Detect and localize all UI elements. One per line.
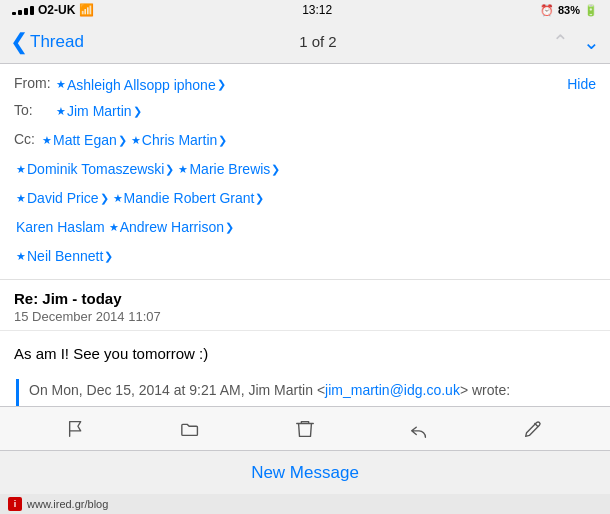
reply-icon: [408, 418, 430, 440]
arrow-icon: ❯: [104, 248, 113, 265]
star-icon: ★: [16, 248, 26, 265]
quote-email-link[interactable]: jim_martin@idg.co.uk: [325, 382, 460, 398]
phone-frame: O2-UK 📶 13:12 ⏰ 83% 🔋 ❮ Thread 1 of 2 ⌃ …: [0, 0, 610, 514]
email-meta: Re: Jim - today 15 December 2014 11:07: [0, 280, 610, 331]
email-body: As am I! See you tomorrow :) On Mon, Dec…: [0, 331, 610, 407]
carrier-label: O2-UK: [38, 3, 75, 17]
nav-bar: ❮ Thread 1 of 2 ⌃ ⌄: [0, 20, 610, 64]
email-header: From: ★ Ashleigh Allsopp iphone ❯ Hide T…: [0, 64, 610, 280]
cc-name: Neil Bennett: [27, 246, 103, 267]
chevron-left-icon: ❮: [10, 31, 28, 53]
website-favicon: i: [8, 497, 22, 511]
compose-icon: [522, 418, 544, 440]
cc-neil-bennett[interactable]: ★ Neil Bennett ❯: [16, 246, 113, 267]
new-message-button[interactable]: New Message: [251, 463, 359, 483]
from-label: From:: [14, 75, 54, 91]
cc-name: Andrew Harrison: [120, 217, 224, 238]
cc-row-4: Karen Haslam ★ Andrew Harrison ❯: [14, 213, 596, 242]
quoted-block: On Mon, Dec 15, 2014 at 9:21 AM, Jim Mar…: [16, 379, 596, 406]
cc-recipients-2: ★ Dominik Tomaszewski ❯ ★ Marie Brewis ❯: [14, 158, 596, 181]
folder-button[interactable]: [171, 409, 211, 449]
to-contact-name: Jim Martin: [67, 101, 132, 122]
nav-back-label: Thread: [30, 32, 84, 52]
from-row: From: ★ Ashleigh Allsopp iphone ❯ Hide: [14, 72, 596, 97]
nav-back-button[interactable]: ❮ Thread: [10, 31, 84, 53]
nav-arrows: ⌃ ⌄: [552, 32, 600, 52]
reply-button[interactable]: [399, 409, 439, 449]
page-count: 1 of 2: [299, 33, 337, 50]
from-content: From: ★ Ashleigh Allsopp iphone ❯: [14, 75, 559, 94]
cc-row-2: ★ Dominik Tomaszewski ❯ ★ Marie Brewis ❯: [14, 155, 596, 184]
from-star-icon: ★: [56, 78, 66, 91]
cc-robert-grant[interactable]: Robert Grant ❯: [174, 188, 265, 209]
cc-name: Robert Grant: [174, 188, 255, 209]
to-row: To: ★ Jim Martin ❯: [14, 97, 596, 126]
wifi-icon: 📶: [79, 3, 94, 17]
status-bar: O2-UK 📶 13:12 ⏰ 83% 🔋: [0, 0, 610, 20]
star-icon: ★: [113, 190, 123, 207]
arrow-icon: ❯: [225, 219, 234, 236]
cc-david-price[interactable]: ★ David Price ❯: [16, 188, 109, 209]
trash-button[interactable]: [285, 409, 325, 449]
arrow-icon: ❯: [118, 132, 127, 149]
cc-matt-egan[interactable]: ★ Matt Egan ❯: [42, 130, 127, 151]
nav-down-button[interactable]: ⌄: [583, 32, 600, 52]
cc-name: Dominik Tomaszewski: [27, 159, 164, 180]
website-bar: i www.ired.gr/blog: [0, 494, 610, 514]
arrow-icon: ❯: [100, 190, 109, 207]
cc-name: David Price: [27, 188, 99, 209]
cc-dominik[interactable]: ★ Dominik Tomaszewski ❯: [16, 159, 174, 180]
favicon-text: i: [14, 499, 17, 509]
signal-dots: [12, 6, 34, 15]
cc-karen-haslam[interactable]: Karen Haslam: [16, 217, 105, 238]
arrow-icon: ❯: [271, 161, 280, 178]
bottom-bar: New Message: [0, 450, 610, 494]
email-date: 15 December 2014 11:07: [14, 309, 596, 324]
status-right: ⏰ 83% 🔋: [540, 4, 598, 17]
compose-button[interactable]: [513, 409, 553, 449]
cc-recipients-4: Karen Haslam ★ Andrew Harrison ❯: [14, 216, 596, 239]
nav-page-info: 1 of 2: [299, 33, 337, 50]
cc-andrew-harrison[interactable]: ★ Andrew Harrison ❯: [109, 217, 234, 238]
cc-name: Chris Martin: [142, 130, 217, 151]
arrow-icon: ❯: [255, 190, 264, 207]
quote-header: On Mon, Dec 15, 2014 at 9:21 AM, Jim Mar…: [29, 379, 596, 401]
cc-mandie[interactable]: ★ Mandie: [113, 188, 170, 209]
cc-row: Cc: ★ Matt Egan ❯ ★ Chris Martin ❯: [14, 126, 596, 155]
cc-name: Marie Brewis: [189, 159, 270, 180]
nav-up-button[interactable]: ⌃: [552, 32, 569, 52]
arrow-icon: ❯: [218, 132, 227, 149]
battery-icon: 🔋: [584, 4, 598, 17]
trash-icon: [294, 418, 316, 440]
body-main-text: As am I! See you tomorrow :): [14, 343, 596, 366]
star-icon: ★: [16, 190, 26, 207]
to-contact-jim-martin[interactable]: ★ Jim Martin ❯: [56, 101, 142, 122]
cc-recipients: ★ Matt Egan ❯ ★ Chris Martin ❯: [40, 129, 596, 152]
arrow-icon: ❯: [165, 161, 174, 178]
cc-recipients-5: ★ Neil Bennett ❯: [14, 245, 596, 268]
cc-recipients-3: ★ David Price ❯ ★ Mandie Robert Grant ❯: [14, 187, 596, 210]
status-time: 13:12: [302, 3, 332, 17]
star-icon: ★: [109, 219, 119, 236]
website-url: www.ired.gr/blog: [27, 498, 108, 510]
cc-marie[interactable]: ★ Marie Brewis ❯: [178, 159, 280, 180]
cc-chris-martin[interactable]: ★ Chris Martin ❯: [131, 130, 227, 151]
hide-button[interactable]: Hide: [567, 76, 596, 92]
star-icon: ★: [16, 161, 26, 178]
battery-percent: 83%: [558, 4, 580, 16]
cc-name: Matt Egan: [53, 130, 117, 151]
flag-button[interactable]: [57, 409, 97, 449]
folder-icon: [180, 418, 202, 440]
toolbar: [0, 406, 610, 450]
from-name: Ashleigh Allsopp iphone: [67, 77, 216, 93]
cc-name: Mandie: [124, 188, 170, 209]
flag-icon: [66, 418, 88, 440]
cc-name: Karen Haslam: [16, 217, 105, 238]
to-label: To:: [14, 100, 54, 121]
email-subject: Re: Jim - today: [14, 290, 596, 307]
star-icon: ★: [42, 132, 52, 149]
cc-row-5: ★ Neil Bennett ❯: [14, 242, 596, 271]
from-contact[interactable]: ★ Ashleigh Allsopp iphone ❯: [56, 77, 226, 93]
star-icon: ★: [178, 161, 188, 178]
cc-label: Cc:: [14, 129, 40, 150]
